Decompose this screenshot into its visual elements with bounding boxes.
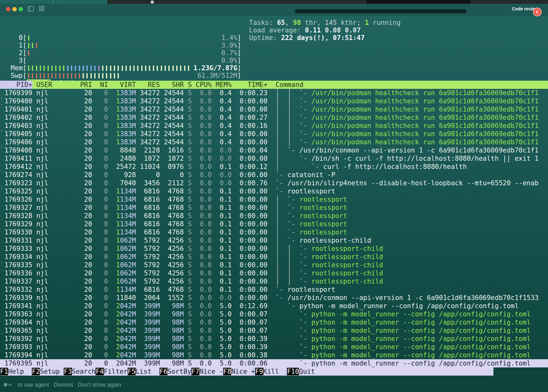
process-row-1769337[interactable]: 1769337njl2001062M57924256S0.00.10:00.00… xyxy=(0,277,548,285)
fn-list-button[interactable]: F5List xyxy=(128,367,160,376)
res-cell: 5792 xyxy=(136,253,160,261)
column-header-command[interactable]: Command xyxy=(276,81,548,89)
tree-branch: `- xyxy=(276,179,288,187)
process-row-1769329[interactable]: 1769329njl2001134M68164768S0.00.10:00.00… xyxy=(0,220,548,228)
cpu-percent-cell: 0.0 xyxy=(192,171,212,179)
process-row-1769331[interactable]: 1769331njl2001062M57924256S0.00.10:00.00… xyxy=(0,236,548,245)
command-text: /usr/bin/podman healthcheck run 6a901c1d… xyxy=(311,122,539,130)
numeric-value: 25472 xyxy=(116,163,136,170)
state-cell: S xyxy=(184,326,192,335)
fn-filter-button[interactable]: F4Filter xyxy=(96,367,127,376)
process-row-1769330[interactable]: 1769330njl2001134M68164768S0.00.10:00.00… xyxy=(0,228,548,236)
process-row-1769339[interactable]: 1769339njl2001184020641552S0.00.00:00.00… xyxy=(0,294,548,302)
fn-setup-button[interactable]: F2Setup xyxy=(32,367,64,376)
mem-percent-cell: 5.0 xyxy=(212,310,231,318)
user-cell: njl xyxy=(36,195,76,204)
fn-nice--button[interactable]: F7Nice - xyxy=(191,367,223,376)
pid-cell: 1769330 xyxy=(0,228,32,236)
process-row-1769395[interactable]: 1769395njl2002042M399M98MS0.05.00:00.06 … xyxy=(0,359,548,367)
numeric-value: 4256 xyxy=(168,278,184,285)
process-row-1769328[interactable]: 1769328njl2001134M68164768S0.00.10:00.00… xyxy=(0,212,548,220)
fn-kill-button[interactable]: F9Kill xyxy=(255,367,287,376)
dismiss-button[interactable]: Dismiss xyxy=(54,382,73,388)
column-header-cpu[interactable]: CPU% xyxy=(192,81,212,89)
zoom-window-button[interactable] xyxy=(19,7,23,11)
column-gap[interactable] xyxy=(32,81,37,89)
process-row-1769402[interactable]: 1769402njl2001383M3427224544S0.00.40:00.… xyxy=(0,113,548,122)
process-row-1769341[interactable]: 1769341njl2002042M399M98MS0.05.00:12.69 … xyxy=(0,302,548,310)
column-header-ni[interactable]: NI xyxy=(92,81,108,89)
mem-meter: Mem[1.23G/7.87G] xyxy=(11,64,547,72)
process-row-1769363[interactable]: 1769363njl2002042M399M98MS0.05.00:00.07 … xyxy=(0,310,548,318)
mem-percent-cell: 5.0 xyxy=(212,359,231,367)
process-row-1769365[interactable]: 1769365njl2002042M399M98MS0.05.00:00.07 … xyxy=(0,326,548,335)
column-header-time[interactable]: TIME+ xyxy=(232,81,268,89)
process-row-1769364[interactable]: 1769364njl2002042M399M98MS0.05.00:00.07 … xyxy=(0,318,548,326)
grid-layout-icon[interactable] xyxy=(39,6,44,11)
tree-branch: │ │ `- xyxy=(276,106,312,113)
dont-show-again-button[interactable]: Don't show again xyxy=(78,382,121,388)
process-row-1769400[interactable]: 1769400njl2001383M3427224544S0.00.40:00.… xyxy=(0,97,548,105)
process-row-1769405[interactable]: 1769405njl2001383M3427224544S0.00.40:00.… xyxy=(0,130,548,138)
notification-badge[interactable]: C xyxy=(533,8,542,16)
cpu-percent-cell: 0.0 xyxy=(192,163,212,171)
fn-quit-button[interactable]: F10Quit xyxy=(287,367,315,376)
titlebar-tab-pill[interactable] xyxy=(295,9,467,13)
command-text: /usr/bin/podman healthcheck run 6a901c1d… xyxy=(311,89,539,97)
gap-cell xyxy=(32,204,37,212)
process-row-1769399[interactable]: 1769399njl2001383M3427224544S0.00.40:00.… xyxy=(0,89,548,97)
column-header-pid[interactable]: PID+ xyxy=(0,81,32,89)
process-row-1769323[interactable]: 1769323njl200704034562112S0.00.00:00.76`… xyxy=(0,179,548,187)
command-cell: `- /usr/bin/slirp4netns --disable-host-l… xyxy=(276,179,548,187)
process-row-1769332[interactable]: 1769332njl2001134M68164768S0.00.10:00.00… xyxy=(0,285,548,294)
cpu-percent-cell: 0.0 xyxy=(192,122,212,130)
process-row-1769326[interactable]: 1769326njl2001134M68164768S0.00.10:00.00… xyxy=(0,195,548,204)
process-row-1769335[interactable]: 1769335njl2001062M57924256S0.00.10:00.00… xyxy=(0,261,548,269)
priority-cell: 20 xyxy=(76,220,92,228)
megabyte-value: 98M xyxy=(172,319,184,326)
state-cell: S xyxy=(184,163,192,171)
process-row-1769336[interactable]: 1769336njl2001062M57924256S0.00.10:00.00… xyxy=(0,269,548,277)
user-cell: njl xyxy=(36,359,76,367)
process-row-1769334[interactable]: 1769334njl2001062M57924256S0.00.10:00.00… xyxy=(0,253,548,261)
fn-sortby-button[interactable]: F6SortBy xyxy=(160,367,191,376)
fn-nice--button[interactable]: F8Nice + xyxy=(223,367,255,376)
column-gap[interactable] xyxy=(267,81,275,89)
shr-cell: 4256 xyxy=(160,277,184,285)
cpu-percentage: 0.0% xyxy=(221,57,237,64)
sidebar-toggle-icon[interactable] xyxy=(28,6,34,11)
process-row-1769327[interactable]: 1769327njl2001134M68164768S0.00.10:00.00… xyxy=(0,204,548,212)
priority-cell: 20 xyxy=(76,351,92,359)
process-row-1769393[interactable]: 1769393njl2002042M399M98MS0.05.00:00.39 … xyxy=(0,343,548,351)
column-header-pri[interactable]: PRI xyxy=(76,81,92,89)
time-cell: 0:00.00 xyxy=(232,171,268,179)
process-row-1769333[interactable]: 1769333njl2001062M57924256S0.00.10:00.00… xyxy=(0,245,548,253)
gigabyte-digit: 1 xyxy=(116,106,120,113)
close-window-button[interactable] xyxy=(6,7,10,11)
green-meter-bar xyxy=(28,35,29,41)
process-row-1769392[interactable]: 1769392njl2002042M399M98MS0.05.00:00.39 … xyxy=(0,335,548,343)
fn-help-button[interactable]: F1Help xyxy=(0,367,32,376)
mem-percent-cell: 0.1 xyxy=(212,285,231,294)
column-header-mem[interactable]: MEM% xyxy=(212,81,231,89)
cream-meter-bar xyxy=(153,66,154,71)
cream-meter-bar xyxy=(133,66,135,71)
column-header-virt[interactable]: VIRT xyxy=(108,81,136,89)
process-row-1769394[interactable]: 1769394njl2002042M399M98MS0.05.00:00.38 … xyxy=(0,351,548,359)
process-row-1769412[interactable]: 1769412njl20025472110248976S0.00.10:00.1… xyxy=(0,163,548,171)
numeric-value: 1552 xyxy=(168,294,184,302)
minimize-window-button[interactable] xyxy=(12,7,17,11)
column-header-shr[interactable]: SHR xyxy=(160,81,184,89)
process-row-1769411[interactable]: 1769411njl200248010721072S0.00.00:00.00│… xyxy=(0,154,548,163)
process-row-1769408[interactable]: 1769408njl200884821281616S0.00.00:00.04│… xyxy=(0,146,548,154)
column-header-user[interactable]: USER xyxy=(36,81,76,89)
code-review-label[interactable]: Code review C xyxy=(512,6,538,11)
process-row-1769274[interactable]: 1769274njl20092800S0.00.00:00.00`- catat… xyxy=(0,171,548,179)
fn-search-button[interactable]: F3Search xyxy=(64,367,96,376)
process-row-1769406[interactable]: 1769406njl2001383M3427224544S0.00.40:00.… xyxy=(0,138,548,146)
column-header-res[interactable]: RES xyxy=(136,81,160,89)
process-row-1769401[interactable]: 1769401njl2001383M3427224544S0.00.40:00.… xyxy=(0,105,548,113)
process-row-1769325[interactable]: 1769325njl2001134M68164768S0.00.10:00.00… xyxy=(0,187,548,195)
process-row-1769403[interactable]: 1769403njl2001383M3427224544S0.00.40:00.… xyxy=(0,122,548,130)
column-header-s[interactable]: S xyxy=(184,81,192,89)
